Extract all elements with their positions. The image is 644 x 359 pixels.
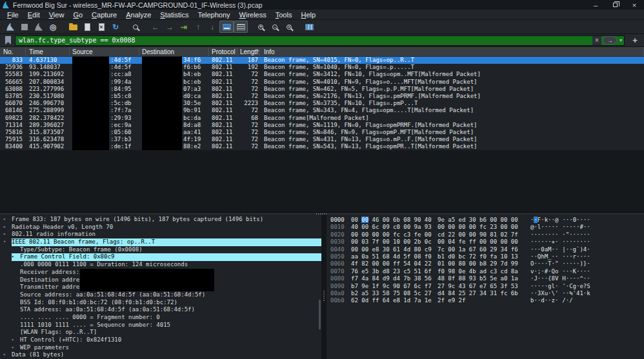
filter-clear-icon[interactable]: × — [592, 36, 601, 45]
ascii-bytes[interactable]: ········ — [562, 238, 590, 246]
ascii-bytes[interactable]: ···0···· — [562, 217, 590, 224]
column-header-source[interactable]: Source — [70, 47, 139, 56]
detail-row[interactable]: ▸Frame 833: 187 bytes on wire (1496 bits… — [0, 216, 321, 224]
find-packet-button[interactable] — [128, 21, 143, 33]
hex-bytes[interactable]: b7 9e 1f 9c 90 67 6c f7 — [351, 283, 432, 290]
menu-item-telephony[interactable]: Telephony — [193, 11, 234, 19]
zoom-in-button[interactable]: + — [254, 21, 268, 33]
hex-bytes[interactable]: 00 03 7f 00 10 00 2b 0c — [351, 238, 432, 246]
ascii-bytes[interactable]: |··g`)4· — [562, 246, 590, 253]
hex-bytes[interactable]: 00 00 00 00 fc c3 fe 00 — [351, 231, 432, 238]
packet-row[interactable]: 66070246.996770:5c:db30:5e802.112223Beac… — [0, 100, 644, 107]
packet-row[interactable]: 2593693.148037:4d:5ff6:b6802.11192Beacon… — [0, 64, 644, 71]
menu-item-file[interactable]: File — [3, 11, 23, 19]
packet-row[interactable]: 71314289.396027:ec:9a8d:a8802.1172Beacon… — [0, 122, 644, 129]
menu-item-wireless[interactable]: Wireless — [235, 11, 271, 19]
go-back-button[interactable]: ← — [148, 21, 163, 33]
restart-capture-button[interactable] — [32, 21, 46, 33]
hex-bytes[interactable]: 27 9c 43 67 e7 65 3f 53 — [438, 283, 519, 290]
packet-row[interactable]: 8334.637130:4d:5f34:f6802.11187Beacon fr… — [0, 57, 644, 64]
hex-bytes[interactable]: 00 00 e8 30 61 4d 80 c9 — [351, 246, 432, 253]
stop-capture-button[interactable] — [17, 21, 32, 33]
save-file-button[interactable] — [80, 21, 94, 33]
detail-row[interactable]: STA address: aa:0a:51:68:4d:5f (aa:0a:51… — [0, 306, 321, 314]
hex-row[interactable]: 00b062 0d ff 64 e8 1d 7a 1e2f e9 2fb··d·… — [330, 297, 644, 304]
expand-arrow-icon[interactable]: ▾ — [3, 238, 12, 246]
detail-row[interactable]: Type/Subtype: Beacon frame (0x0008) — [0, 246, 321, 254]
hex-bytes[interactable]: 01 00 80 00 b8 29 7d 99 — [438, 260, 519, 267]
hex-bytes[interactable]: f0 98 0e 4b ad c3 cd 8a — [438, 268, 519, 275]
go-to-packet-button[interactable]: ⇥ — [177, 21, 191, 33]
pane-splitter-vertical[interactable] — [321, 215, 327, 359]
reload-button[interactable]: ↻ — [108, 21, 123, 33]
menu-item-tools[interactable]: Tools — [271, 11, 297, 19]
start-capture-button[interactable] — [3, 21, 17, 33]
filter-add-button[interactable]: + — [629, 35, 641, 45]
hex-bytes[interactable]: 7c 00 1a 67 60 29 34 f6 — [438, 246, 519, 253]
hex-row[interactable]: 004000 00 e8 30 61 4d 80 c97c 00 1a 67 6… — [330, 246, 644, 253]
go-forward-button[interactable]: → — [163, 21, 177, 33]
column-header-time[interactable]: Time — [26, 47, 70, 56]
expand-arrow-icon[interactable]: ▸ — [3, 231, 12, 238]
hex-row[interactable]: 0080f7 4a 84 d9 d4 7b 38 5648 8f 88 93 b… — [330, 275, 644, 282]
detail-row[interactable]: .... .... .... 0000 = Fragment number: 0 — [0, 314, 321, 322]
packet-row[interactable]: 83400415.907902:de:1f88:e2802.1172Beacon… — [0, 143, 644, 150]
ascii-bytes[interactable]: v·;·#·Qo — [530, 268, 558, 275]
hex-row[interactable]: 00a0b2 a5 33 58 75 08 5c 27d4 84 25 27 3… — [330, 290, 644, 297]
zoom-out-button[interactable]: – — [268, 21, 282, 33]
hex-bytes[interactable]: 00 04 fe ff 00 00 00 00 — [438, 238, 519, 246]
packet-row[interactable]: 63088223.277996:84:9507:a3802.1172Beacon… — [0, 86, 644, 93]
packet-row[interactable]: 75915316.623478:37:b34f:19802.1172Beacon… — [0, 136, 644, 143]
expand-arrow-icon[interactable]: ▸ — [12, 344, 20, 352]
detail-row[interactable]: ▸802.11 radio information — [0, 231, 321, 238]
detail-row[interactable]: ▾IEEE 802.11 Beacon frame, Flags: op..R.… — [0, 238, 321, 246]
expand-arrow-icon[interactable]: ▸ — [3, 216, 12, 224]
menu-item-analyze[interactable]: Analyze — [121, 11, 156, 19]
detail-row[interactable]: 1111 1010 1111 .... = Sequence number: 4… — [0, 322, 321, 329]
ascii-bytes[interactable]: ··3Xu·\' — [530, 290, 558, 297]
menu-item-view[interactable]: View — [45, 11, 69, 19]
hex-bytes[interactable]: d4 84 25 27 34 31 fc 6b — [438, 290, 519, 297]
packet-row[interactable]: 75816315.873507:05:60aa:41802.1172Beacon… — [0, 129, 644, 136]
ascii-bytes[interactable]: ···r···· — [562, 253, 590, 260]
go-down-button[interactable]: ↓ — [205, 21, 219, 33]
expand-arrow-icon[interactable]: ▸ — [3, 351, 12, 359]
ascii-bytes[interactable]: ··QhM_·· — [530, 253, 558, 260]
ascii-bytes[interactable]: ·"······ — [562, 231, 590, 238]
detail-row[interactable]: Source address: aa:0a:51:68:4d:5f (aa:0a… — [0, 291, 321, 299]
display-filter-input[interactable]: wlan.fc.type_subtype == 0x0008 × → ▾ — [15, 35, 625, 46]
auto-scroll-button[interactable] — [219, 21, 234, 33]
hex-row[interactable]: 0090b7 9e 1f 9c 90 67 6c f727 9c 43 67 e… — [330, 283, 644, 290]
filter-apply-icon[interactable]: → — [603, 36, 617, 44]
ascii-bytes[interactable]: ··%'41·k — [562, 290, 590, 297]
detail-row[interactable]: ▸Frame Control Field: 0x80c9 — [0, 253, 321, 261]
hex-bytes[interactable]: 76 e5 3b d8 23 c5 51 6f — [351, 268, 432, 275]
detail-row[interactable]: [WLAN Flags: op..R..T] — [0, 329, 321, 336]
column-header-length[interactable]: Length — [237, 47, 259, 56]
capture-options-button[interactable]: ◎ — [46, 21, 60, 33]
expand-arrow-icon[interactable]: ▸ — [12, 336, 20, 344]
hex-row[interactable]: 0050aa 0a 51 68 4d 5f 08 f0b1 d0 bc 72 f… — [330, 253, 644, 260]
packet-row[interactable]: 63785230.517080:b5:c8d0:ca802.1172Beacon… — [0, 93, 644, 100]
hex-bytes[interactable]: 2f e9 2f — [438, 297, 519, 304]
detail-row[interactable]: ▸Data (81 bytes) — [0, 351, 321, 359]
hex-bytes[interactable]: 62 0d ff 64 e8 1d 7a 1e — [351, 297, 432, 304]
hex-row[interactable]: 002000 00 00 00 fc c3 fe 00cd 22 00 00 9… — [330, 231, 644, 238]
hex-bytes[interactable]: 00 00 00 00 fc 23 00 00 — [438, 224, 519, 231]
go-up-button[interactable]: ↑ — [191, 21, 205, 33]
detail-row[interactable]: ▸WEP parameters — [0, 344, 321, 352]
packet-row[interactable]: 55583199.213692:cc:a8b4:eb802.1172Beacon… — [0, 71, 644, 78]
ascii-bytes[interactable]: ·····gl· — [530, 283, 558, 290]
hex-bytes[interactable]: 9e a5 ed 30 b6 00 00 00 — [438, 217, 519, 224]
detail-row[interactable]: BSS Id: 08:f0:b1:d0:bc:72 (08:f0:b1:d0:b… — [0, 299, 321, 307]
detail-row[interactable]: ▸HT Control (+HTC): 0x824f1310 — [0, 336, 321, 344]
hex-bytes[interactable]: 4f 82 00 00 ff 54 04 22 — [351, 260, 432, 267]
ascii-bytes[interactable]: ···K···· — [562, 268, 590, 275]
detail-scrollbar[interactable] — [319, 300, 321, 329]
packet-row[interactable]: 69823282.378422:29:93bc:da802.1168Beacon… — [0, 115, 644, 122]
ascii-bytes[interactable]: ·····#·· — [562, 224, 590, 231]
hex-bytes[interactable]: b2 a5 33 58 75 08 5c 27 — [351, 290, 432, 297]
menu-item-help[interactable]: Help — [296, 11, 320, 19]
resize-columns-button[interactable] — [302, 21, 316, 33]
hex-row[interactable]: 000000 00 46 00 6b 08 90 409e a5 ed 30 b… — [330, 217, 644, 224]
